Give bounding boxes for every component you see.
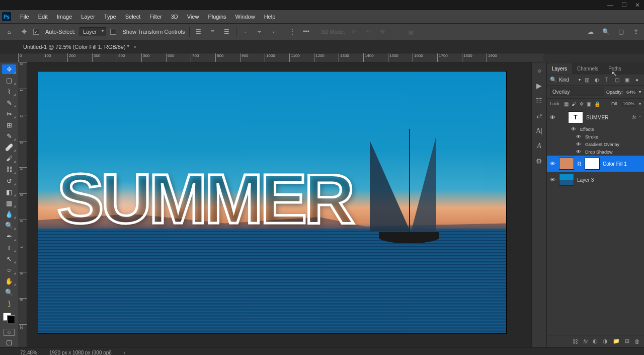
- eyedropper-tool[interactable]: ✎: [2, 131, 16, 141]
- quickmask-toggle[interactable]: [4, 329, 15, 336]
- layer-fx-icon[interactable]: fx: [583, 338, 588, 344]
- visibility-icon[interactable]: 👁: [571, 126, 577, 132]
- panel-icon-sliders[interactable]: ⚙: [536, 157, 542, 165]
- effect-gradient[interactable]: 👁 Gradient Overlay: [547, 140, 644, 148]
- minimize-icon[interactable]: —: [607, 2, 613, 9]
- effect-dropshadow[interactable]: 👁 Drop Shadow: [547, 148, 644, 156]
- chevron-right-icon[interactable]: ›: [124, 350, 125, 355]
- panel-icon-properties[interactable]: ⇄: [536, 112, 542, 120]
- tab-paths[interactable]: Paths: [603, 63, 626, 74]
- eraser-tool[interactable]: ◧: [2, 187, 16, 197]
- align-top-icon[interactable]: ⫠: [240, 27, 251, 37]
- link-layers-icon[interactable]: ⛓: [573, 338, 578, 344]
- hand-tool[interactable]: ✋: [2, 276, 16, 286]
- delete-layer-icon[interactable]: 🗑: [634, 338, 640, 344]
- align-center-v-icon[interactable]: ⫟: [255, 27, 265, 37]
- menu-file[interactable]: File: [16, 12, 33, 22]
- document-dims[interactable]: 1920 px x 1080 px (300 ppi): [49, 350, 112, 355]
- frame-tool[interactable]: ⊞: [2, 120, 16, 130]
- cloud-icon[interactable]: ☁: [586, 27, 596, 37]
- lock-pixels-icon[interactable]: 🖌: [572, 101, 577, 107]
- lock-artboard-icon[interactable]: ▣: [587, 101, 591, 107]
- healing-tool[interactable]: 🩹: [2, 143, 16, 152]
- filter-kind-select[interactable]: Kind: [559, 77, 577, 83]
- lock-transparency-icon[interactable]: ▦: [564, 101, 569, 107]
- align-right-icon[interactable]: ☰: [222, 27, 232, 37]
- crop-tool[interactable]: ✂: [2, 109, 16, 119]
- menu-type[interactable]: Type: [100, 12, 120, 22]
- menu-select[interactable]: Select: [121, 12, 145, 22]
- menu-filter[interactable]: Filter: [145, 12, 166, 22]
- menu-3d[interactable]: 3D: [167, 12, 182, 22]
- menu-help[interactable]: Help: [260, 12, 280, 22]
- shape-tool[interactable]: ○: [2, 265, 16, 275]
- panel-icon-character[interactable]: A|: [536, 127, 542, 135]
- gradient-tool[interactable]: ▦: [2, 198, 16, 208]
- frame-icon[interactable]: ▢: [616, 27, 626, 37]
- tab-layers[interactable]: Layers: [547, 63, 572, 74]
- tab-channels[interactable]: Channels: [572, 63, 603, 74]
- visibility-icon[interactable]: 👁: [550, 177, 556, 183]
- menu-edit[interactable]: Edit: [34, 12, 52, 22]
- visibility-icon[interactable]: 👁: [576, 141, 582, 147]
- distribute-icon[interactable]: ⋮: [287, 27, 297, 37]
- auto-select-target[interactable]: Layer: [79, 27, 107, 36]
- document-tab[interactable]: Untitled-1 @ 72.5% (Color Fill 1, RGB/8#…: [18, 41, 142, 52]
- panel-icon-paragraph[interactable]: A: [537, 142, 541, 150]
- fx-indicator[interactable]: fx: [632, 115, 636, 120]
- share-icon[interactable]: ⇪: [631, 27, 641, 37]
- lock-all-icon[interactable]: 🔒: [594, 101, 600, 107]
- path-tool[interactable]: ↖: [2, 254, 16, 264]
- close-tab-icon[interactable]: ×: [133, 44, 136, 50]
- filter-shape-icon[interactable]: ▢: [613, 77, 621, 83]
- search-icon[interactable]: 🔍: [550, 77, 557, 83]
- align-bottom-icon[interactable]: ⫠: [269, 27, 279, 37]
- effect-stroke[interactable]: 👁 Stroke: [547, 133, 644, 140]
- menu-plugins[interactable]: Plugins: [204, 12, 230, 22]
- zoom-level[interactable]: 72.48%: [20, 350, 37, 355]
- layer-summer[interactable]: 👁 T SUMMER fx ˄: [547, 109, 644, 125]
- filter-toggle-icon[interactable]: ●: [633, 77, 641, 83]
- align-center-h-icon[interactable]: ≡: [208, 27, 218, 37]
- stamp-tool[interactable]: ⛓: [2, 165, 16, 174]
- maximize-icon[interactable]: ☐: [621, 2, 627, 9]
- align-left-icon[interactable]: ☰: [194, 27, 204, 37]
- filter-adjust-icon[interactable]: ◐: [593, 77, 601, 83]
- blend-mode-select[interactable]: Overlay: [550, 88, 604, 96]
- dodge-tool[interactable]: 🔍: [2, 221, 16, 230]
- menu-image[interactable]: Image: [53, 12, 76, 22]
- visibility-icon[interactable]: 👁: [550, 114, 556, 120]
- move-tool[interactable]: ✥: [2, 64, 16, 74]
- history-brush-tool[interactable]: ↺: [2, 176, 16, 186]
- close-icon[interactable]: ✕: [635, 2, 640, 9]
- layer-colorfill[interactable]: 👁 ⛓ Color Fill 1: [547, 156, 644, 172]
- panel-icon-adjustments[interactable]: ☷: [536, 97, 542, 105]
- type-tool[interactable]: T: [2, 243, 16, 253]
- screenmode-toggle[interactable]: ▢: [2, 337, 16, 347]
- pen-tool[interactable]: ✒: [2, 232, 16, 241]
- panel-icon-history[interactable]: ⟐: [537, 66, 541, 75]
- filter-pixel-icon[interactable]: ▥: [583, 77, 591, 83]
- color-swatch[interactable]: [2, 312, 16, 324]
- canvas-area[interactable]: 012345678910 SUMMER: [18, 62, 531, 347]
- selection-tool[interactable]: ✎: [2, 98, 16, 107]
- menu-window[interactable]: Window: [231, 12, 259, 22]
- group-icon[interactable]: 📁: [613, 338, 620, 344]
- new-layer-icon[interactable]: ⊞: [625, 338, 629, 344]
- layer-3[interactable]: 👁 Layer 3: [547, 172, 644, 188]
- brush-tool[interactable]: 🖌: [2, 154, 16, 163]
- layer-mask-icon[interactable]: ◐: [593, 338, 598, 344]
- more-icon[interactable]: •••: [301, 27, 311, 37]
- visibility-icon[interactable]: 👁: [576, 134, 582, 139]
- lasso-tool[interactable]: ⌇: [2, 87, 16, 96]
- marquee-tool[interactable]: ▢: [2, 76, 16, 85]
- fill-value[interactable]: 100%: [621, 101, 636, 107]
- filter-type-icon[interactable]: T: [603, 77, 611, 83]
- lock-position-icon[interactable]: ✥: [580, 101, 584, 107]
- visibility-icon[interactable]: 👁: [550, 161, 556, 167]
- banana-tool[interactable]: ⟆: [2, 299, 16, 308]
- adjustment-layer-icon[interactable]: ◑: [603, 338, 608, 344]
- zoom-tool[interactable]: 🔍: [2, 288, 16, 297]
- panel-icon-actions[interactable]: ▶: [536, 82, 542, 90]
- auto-select-checkbox[interactable]: [33, 29, 39, 35]
